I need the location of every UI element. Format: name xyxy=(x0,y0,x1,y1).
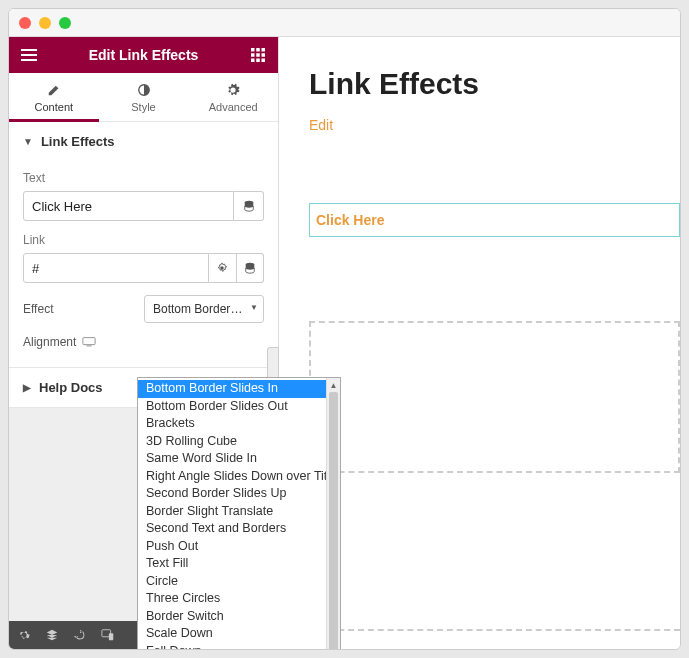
link-field-label: Link xyxy=(23,233,264,247)
link-effects-widget-text: Click Here xyxy=(316,212,384,228)
svg-rect-19 xyxy=(109,633,113,640)
effect-option[interactable]: Scale Down xyxy=(138,625,326,643)
tab-content[interactable]: Content xyxy=(9,73,99,121)
effect-option[interactable]: Second Text and Borders xyxy=(138,520,326,538)
menu-button[interactable] xyxy=(19,45,39,65)
svg-rect-9 xyxy=(251,59,255,63)
panel-title: Edit Link Effects xyxy=(89,47,199,63)
effect-option[interactable]: Border Switch xyxy=(138,608,326,626)
effect-option[interactable]: Bottom Border Slides Out xyxy=(138,398,326,416)
dynamic-tags-button[interactable] xyxy=(234,191,264,221)
gear-icon xyxy=(17,628,31,642)
chevron-down-icon: ▼ xyxy=(23,136,33,147)
effect-option[interactable]: Second Border Slides Up xyxy=(138,485,326,503)
effect-dropdown[interactable]: Bottom Border Slides InBottom Border Sli… xyxy=(137,377,341,650)
gear-icon xyxy=(226,83,240,97)
section-link-effects: ▼ Link Effects Text Link xyxy=(9,122,278,368)
svg-rect-1 xyxy=(21,54,37,56)
effect-option[interactable]: Same Word Slide In xyxy=(138,450,326,468)
maximize-window-button[interactable] xyxy=(59,17,71,29)
svg-point-14 xyxy=(221,266,224,269)
tab-content-label: Content xyxy=(35,101,74,113)
link-options-button[interactable] xyxy=(209,253,237,283)
gear-icon xyxy=(216,262,228,274)
settings-button[interactable] xyxy=(17,628,31,642)
dropdown-scrollbar[interactable]: ▲ ▼ xyxy=(326,378,340,650)
alignment-field-label: Alignment xyxy=(23,335,96,349)
navigator-button[interactable] xyxy=(45,628,59,642)
effect-option[interactable]: Border Slight Translate xyxy=(138,503,326,521)
effect-option[interactable]: 3D Rolling Cube xyxy=(138,433,326,451)
desktop-icon xyxy=(82,335,96,349)
scroll-thumb[interactable] xyxy=(329,392,338,650)
svg-rect-8 xyxy=(262,53,266,57)
effect-option[interactable]: Push Out xyxy=(138,538,326,556)
effect-option[interactable]: Brackets xyxy=(138,415,326,433)
effect-option[interactable]: Circle xyxy=(138,573,326,591)
svg-rect-4 xyxy=(256,48,260,52)
svg-rect-11 xyxy=(262,59,266,63)
database-icon xyxy=(243,200,255,212)
text-input[interactable] xyxy=(23,191,234,221)
link-effects-widget[interactable]: Click Here xyxy=(309,203,680,237)
section-link-effects-toggle[interactable]: ▼ Link Effects xyxy=(9,122,278,161)
pencil-icon xyxy=(47,83,61,97)
effect-option[interactable]: Right Angle Slides Down over Title xyxy=(138,468,326,486)
svg-rect-10 xyxy=(256,59,260,63)
drop-zone[interactable] xyxy=(309,321,680,473)
svg-rect-6 xyxy=(251,53,255,57)
database-icon xyxy=(244,262,256,274)
tab-advanced[interactable]: Advanced xyxy=(188,73,278,121)
contrast-icon xyxy=(137,83,151,97)
app-window: Edit Link Effects Content Style Advanced xyxy=(8,8,681,650)
text-field-label: Text xyxy=(23,171,264,185)
grid-icon xyxy=(251,48,265,62)
responsive-icon xyxy=(101,628,115,642)
scroll-up-arrow[interactable]: ▲ xyxy=(327,378,340,392)
effect-dropdown-list: Bottom Border Slides InBottom Border Sli… xyxy=(138,378,326,650)
svg-rect-0 xyxy=(21,49,37,51)
editor-sidebar: Edit Link Effects Content Style Advanced xyxy=(9,37,279,649)
effect-field-label: Effect xyxy=(23,302,53,316)
section-help-docs-title: Help Docs xyxy=(39,380,103,395)
close-window-button[interactable] xyxy=(19,17,31,29)
chevron-right-icon: ▶ xyxy=(23,382,31,393)
layers-icon xyxy=(45,628,59,642)
panel-tabs: Content Style Advanced xyxy=(9,73,278,122)
effect-option[interactable]: Bottom Border Slides In xyxy=(138,380,326,398)
effect-option[interactable]: Fall Down xyxy=(138,643,326,651)
svg-rect-2 xyxy=(21,59,37,61)
svg-rect-3 xyxy=(251,48,255,52)
tab-style[interactable]: Style xyxy=(99,73,189,121)
svg-rect-5 xyxy=(262,48,266,52)
edit-link[interactable]: Edit xyxy=(309,117,680,133)
svg-rect-17 xyxy=(87,346,92,347)
window-titlebar xyxy=(9,9,680,37)
link-dynamic-button[interactable] xyxy=(237,253,265,283)
svg-rect-16 xyxy=(83,338,95,345)
minimize-window-button[interactable] xyxy=(39,17,51,29)
responsive-button[interactable] xyxy=(101,628,115,642)
tab-style-label: Style xyxy=(131,101,155,113)
effect-option[interactable]: Text Fill xyxy=(138,555,326,573)
page-title: Link Effects xyxy=(309,67,680,101)
tab-advanced-label: Advanced xyxy=(209,101,258,113)
section-link-effects-title: Link Effects xyxy=(41,134,115,149)
sidebar-topbar: Edit Link Effects xyxy=(9,37,278,73)
widgets-button[interactable] xyxy=(248,45,268,65)
hamburger-icon xyxy=(21,47,37,63)
history-icon xyxy=(73,628,87,642)
effect-option[interactable]: Three Circles xyxy=(138,590,326,608)
link-input[interactable] xyxy=(23,253,209,283)
history-button[interactable] xyxy=(73,628,87,642)
svg-rect-7 xyxy=(256,53,260,57)
effect-select[interactable]: Bottom Border Slides In xyxy=(144,295,264,323)
